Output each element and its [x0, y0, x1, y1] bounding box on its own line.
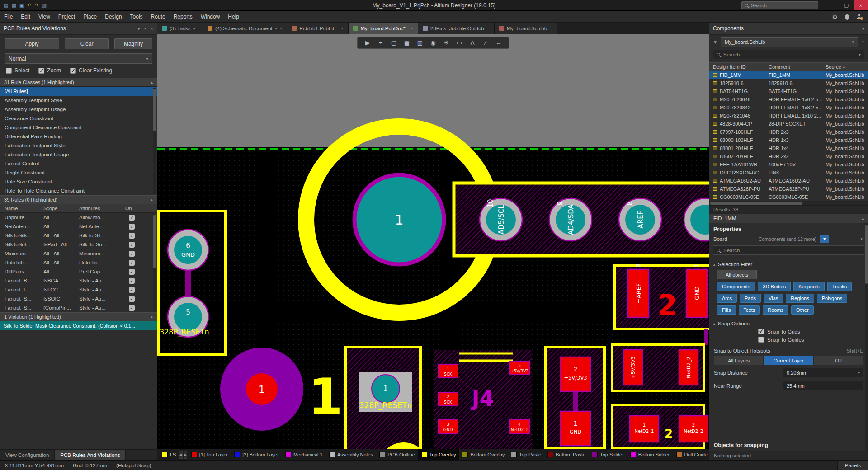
- filter-button[interactable]: Vias: [764, 294, 783, 303]
- library-select[interactable]: My_board.SchLib ▾: [721, 37, 858, 47]
- chart-icon[interactable]: ▥: [414, 39, 426, 46]
- rule-enabled-checkbox[interactable]: ✓: [129, 242, 135, 248]
- col-comment[interactable]: Comment: [769, 64, 826, 70]
- component-row[interactable]: BAT54HT1G BAT54HT1G My_board.SchLib: [709, 87, 868, 95]
- all-objects-button[interactable]: All objects: [717, 270, 757, 279]
- rule-class-item[interactable]: Clearance Constraint: [0, 114, 157, 123]
- component-row[interactable]: 67997-106HLF HDR 2x3 My_board.SchLib: [709, 128, 868, 136]
- rule-enabled-checkbox[interactable]: ✓: [129, 296, 135, 302]
- near-range-input[interactable]: 25.4mm: [783, 381, 863, 390]
- rule-enabled-checkbox[interactable]: ✓: [129, 260, 135, 266]
- open-icon[interactable]: ▦: [11, 2, 16, 8]
- rule-enabled-checkbox[interactable]: ✓: [129, 287, 135, 293]
- pcb-canvas-area[interactable]: ▶+▢▦▥◉☀▭A∕↔: [157, 34, 709, 449]
- collapse-icon[interactable]: ▴: [151, 315, 153, 319]
- tab-close-icon[interactable]: ×: [341, 26, 343, 31]
- apply-button[interactable]: Apply: [5, 38, 59, 49]
- select-icon[interactable]: ▶: [362, 39, 373, 46]
- layer-tab[interactable]: PCB Outline: [376, 449, 418, 460]
- menu-item[interactable]: Design: [101, 11, 126, 23]
- component-r-pair[interactable]: +5V/3V3 NetD2_2: [612, 344, 704, 391]
- rule-row[interactable]: HoleToH... All - All Hole To... ✓: [0, 258, 157, 267]
- scroll-layers-right-icon[interactable]: ▶: [184, 451, 187, 459]
- component-row[interactable]: FID_1MM FID_1MM My_board.SchLib: [709, 71, 868, 79]
- document-tab[interactable]: (3) Tasks ▾: [157, 23, 203, 34]
- rule-enabled-checkbox[interactable]: ✓: [129, 215, 135, 221]
- col-design-item-id[interactable]: Design Item ID: [713, 64, 769, 70]
- col-scope[interactable]: Scope: [43, 206, 79, 211]
- rule-class-item[interactable]: [All Rules]: [0, 87, 157, 96]
- menu-item[interactable]: Route: [147, 11, 170, 23]
- rule-enabled-checkbox[interactable]: ✓: [129, 305, 135, 311]
- component-row[interactable]: CG0603MLC-05E CG0603MLC-05E My_board.Sch…: [709, 193, 868, 201]
- scope-filter-button[interactable]: ▼: [820, 235, 829, 243]
- col-on[interactable]: On: [125, 206, 157, 211]
- col-name[interactable]: Name: [5, 206, 43, 211]
- chevron-down-icon[interactable]: ▾: [860, 237, 863, 241]
- menu-item[interactable]: Window: [197, 11, 224, 23]
- dip-socket[interactable]: 1 328P_RESETn: [345, 347, 420, 449]
- menu-item[interactable]: Reports: [170, 11, 197, 23]
- selected-part-bar[interactable]: FID_1MM ▴: [709, 213, 868, 223]
- layer-tab[interactable]: Drill Guide: [673, 449, 709, 460]
- rule-row[interactable]: Fanout_S... IsSOIC Style - Au... ✓: [0, 294, 157, 303]
- rule-enabled-checkbox[interactable]: ✓: [129, 233, 135, 239]
- selection-filter-header[interactable]: ▴ Selection Filter: [709, 258, 868, 268]
- filter-button[interactable]: Polygons: [817, 294, 847, 303]
- menu-item[interactable]: View: [34, 11, 54, 23]
- rule-classes-header[interactable]: 31 Rule Classes (1 Highlighted) ▴: [0, 78, 157, 87]
- menu-item[interactable]: File: [0, 11, 17, 23]
- snap-options-header[interactable]: ▴ Snap Options: [709, 317, 868, 328]
- rule-class-item[interactable]: Fabrication Testpoint Style: [0, 141, 157, 150]
- rule-class-item[interactable]: Fanout Control: [0, 159, 157, 168]
- panel-menu-icon[interactable]: ≡: [861, 39, 864, 45]
- chevron-up-icon[interactable]: ▴: [862, 216, 864, 221]
- minimize-button[interactable]: —: [825, 0, 839, 10]
- component-aref[interactable]: 2 +AREF 2 1 GND: [615, 263, 709, 329]
- rule-enabled-checkbox[interactable]: ✓: [129, 269, 135, 275]
- notifications-icon[interactable]: [845, 14, 849, 19]
- tab-dropdown-icon[interactable]: ▾: [193, 26, 195, 31]
- drill-hole[interactable]: 1: [220, 348, 303, 431]
- rule-class-item[interactable]: Hole To Hole Clearance Constraint: [0, 186, 157, 195]
- scrollbar[interactable]: [865, 223, 868, 451]
- rule-class-item[interactable]: Component Clearance Constraint: [0, 123, 157, 132]
- rule-class-item[interactable]: Differential Pairs Routing: [0, 132, 157, 141]
- violation-item[interactable]: Silk To Solder Mask Clearance Constraint…: [0, 321, 157, 330]
- component-c[interactable]: 2 +5V/3V3 1 GND: [546, 347, 604, 449]
- objects-for-snapping-header[interactable]: Objects for snapping: [709, 440, 868, 451]
- layer-tab[interactable]: Mechanical 1: [282, 449, 326, 460]
- hotspots-option-button[interactable]: All Layers: [714, 356, 764, 365]
- tab-close-icon[interactable]: ×: [411, 26, 413, 31]
- hotspots-option-button[interactable]: Current Layer: [764, 356, 813, 365]
- layer-tab[interactable]: Bottom Paste: [544, 449, 589, 460]
- rule-class-item[interactable]: Assembly Testpoint Usage: [0, 105, 157, 114]
- component-row[interactable]: 4828-3004-CP 28-DIP SOCKET My_board.SchL…: [709, 120, 868, 128]
- grid-icon[interactable]: ▦: [401, 39, 413, 46]
- filter-button[interactable]: 3D Bodies: [758, 282, 791, 291]
- scroll-layers-left-icon[interactable]: ◀: [179, 451, 182, 459]
- component-row[interactable]: 1825910-6 1825910-6 My_board.SchLib: [709, 79, 868, 87]
- col-attributes[interactable]: Attributes: [79, 206, 125, 211]
- clear-button[interactable]: Clear: [65, 38, 109, 49]
- properties-search-input[interactable]: Search: [713, 245, 864, 255]
- violations-header[interactable]: 1 Violation (1 Highlighted) ▴: [0, 312, 157, 321]
- component-row[interactable]: M20-7820842 HDR FEMALE 1x8 2.5... My_boa…: [709, 103, 868, 112]
- component-row[interactable]: 68000-103HLF HDR 1x3 My_board.SchLib: [709, 136, 868, 144]
- panel-close-icon[interactable]: ×: [151, 26, 153, 31]
- filter-button[interactable]: Keepouts: [793, 282, 824, 291]
- scrollbar[interactable]: [153, 88, 156, 194]
- layer-tab[interactable]: Top Paste: [508, 449, 544, 460]
- layer-tab[interactable]: [1] Top Layer: [188, 449, 231, 460]
- component-row[interactable]: M20-7820646 HDR FEMALE 1x6 2.5... My_boa…: [709, 95, 868, 103]
- tab-dropdown-icon[interactable]: ▾: [275, 26, 278, 31]
- snap-option-checkbox[interactable]: Snap To Guides: [709, 336, 868, 344]
- option-checkbox[interactable]: Clear Existing: [70, 67, 112, 74]
- save-icon[interactable]: ▣: [19, 2, 24, 8]
- snap-option-checkbox[interactable]: Snap To Grids: [709, 328, 868, 336]
- close-button[interactable]: ×: [854, 0, 868, 10]
- layer-tab[interactable]: Top Solder: [589, 449, 627, 460]
- rule-enabled-checkbox[interactable]: ✓: [129, 251, 135, 257]
- collapse-icon[interactable]: ▴: [151, 197, 153, 202]
- pcb-document[interactable]: 6 GND 5 328P_RESETn 1: [157, 34, 709, 449]
